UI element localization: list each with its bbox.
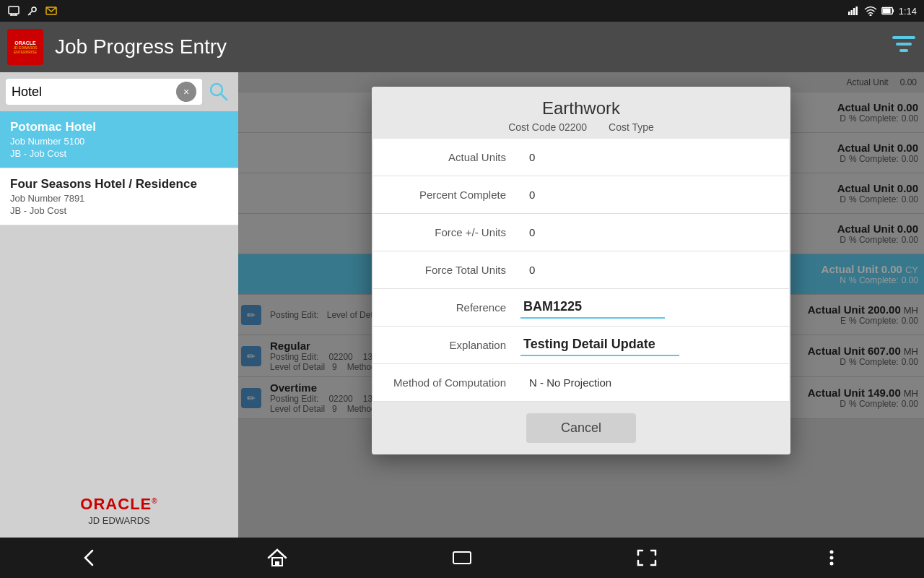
form-row-reference: Reference bbox=[373, 289, 789, 327]
modal-subtitle: Cost Code 02200 Cost Type bbox=[386, 121, 776, 133]
svg-rect-11 bbox=[855, 7, 858, 15]
list-item-title: Four Seasons Hotel / Residence bbox=[10, 177, 228, 191]
label-actual-units: Actual Units bbox=[373, 142, 518, 172]
svg-rect-10 bbox=[853, 8, 855, 15]
list-item-sub2: JB - Job Cost bbox=[10, 205, 228, 216]
sidebar: × Potomac Hotel Job Number 5100 JB - Job… bbox=[0, 72, 238, 538]
form-row-percent-complete: Percent Complete 0 bbox=[373, 176, 789, 214]
home-button[interactable] bbox=[256, 543, 299, 572]
value-method: N - No Projection bbox=[518, 368, 789, 397]
svg-point-12 bbox=[869, 14, 871, 17]
modal-dialog: Earthwork Cost Code 02200 Cost Type Actu… bbox=[372, 87, 790, 454]
cost-type: Cost Type bbox=[609, 121, 654, 133]
form-row-force-plus-minus: Force +/- Units 0 bbox=[373, 214, 789, 251]
svg-rect-8 bbox=[848, 12, 850, 15]
email-icon bbox=[45, 4, 58, 17]
right-content: Actual Unit 0.00 Actual Unit 0.00 D % Co… bbox=[238, 72, 924, 538]
recent-apps-button[interactable] bbox=[440, 543, 484, 572]
svg-rect-22 bbox=[275, 561, 279, 566]
modal-footer: Cancel bbox=[372, 402, 790, 454]
cost-code: Cost Code 02200 bbox=[508, 121, 587, 133]
value-force-total: 0 bbox=[518, 255, 789, 285]
form-row-force-total: Force Total Units 0 bbox=[373, 251, 789, 289]
back-button[interactable] bbox=[71, 543, 114, 572]
status-bar-left bbox=[7, 4, 58, 17]
svg-rect-0 bbox=[9, 7, 19, 14]
list-item[interactable]: Four Seasons Hotel / Residence Job Numbe… bbox=[0, 168, 238, 225]
svg-rect-23 bbox=[453, 552, 471, 564]
wifi-icon bbox=[864, 4, 877, 17]
form-row-method: Method of Computation N - No Projection bbox=[373, 364, 789, 402]
oracle-bottom-logo: ORACLE® JD EDWARDS bbox=[0, 483, 238, 538]
label-method: Method of Computation bbox=[373, 368, 518, 397]
status-bar-right: 1:14 bbox=[847, 4, 917, 17]
monitor-icon bbox=[7, 4, 20, 17]
modal-body: Actual Units 0 Percent Complete 0 Force … bbox=[373, 139, 789, 402]
oracle-logo-sub2: ENTERPRISE bbox=[14, 50, 37, 54]
oracle-logo: ORACLE JD EDWARDS ENTERPRISE bbox=[7, 29, 43, 65]
input-explanation[interactable] bbox=[520, 334, 679, 356]
svg-rect-18 bbox=[899, 49, 908, 52]
page-title: Job Progress Entry bbox=[55, 35, 891, 59]
label-explanation: Explanation bbox=[373, 330, 518, 360]
oracle-bottom-text: ORACLE® bbox=[80, 495, 157, 514]
main-area: × Potomac Hotel Job Number 5100 JB - Job… bbox=[0, 72, 924, 538]
modal-title: Earthwork bbox=[386, 98, 776, 118]
search-button[interactable] bbox=[205, 78, 232, 105]
modal-overlay: Earthwork Cost Code 02200 Cost Type Actu… bbox=[238, 72, 924, 538]
clear-button[interactable]: × bbox=[176, 82, 196, 102]
svg-point-26 bbox=[830, 562, 834, 566]
svg-point-4 bbox=[32, 7, 36, 12]
svg-line-6 bbox=[30, 14, 31, 15]
svg-rect-15 bbox=[882, 8, 890, 13]
cancel-button[interactable]: Cancel bbox=[526, 413, 636, 443]
list-item-sub1: Job Number 7891 bbox=[10, 193, 228, 204]
form-row-explanation: Explanation bbox=[373, 327, 789, 364]
search-input[interactable] bbox=[12, 85, 176, 100]
svg-rect-14 bbox=[892, 9, 894, 13]
value-actual-units: 0 bbox=[518, 142, 789, 172]
label-force-plus-minus: Force +/- Units bbox=[373, 217, 518, 247]
app-bar: ORACLE JD EDWARDS ENTERPRISE Job Progres… bbox=[0, 22, 924, 72]
svg-rect-16 bbox=[892, 36, 915, 39]
form-row-actual-units: Actual Units 0 bbox=[373, 139, 789, 176]
filter-icon[interactable] bbox=[891, 32, 917, 63]
signal-icon bbox=[847, 4, 860, 17]
oracle-bottom-sub: JD EDWARDS bbox=[88, 515, 149, 526]
status-bar: 1:14 bbox=[0, 0, 924, 22]
key-icon bbox=[26, 4, 39, 17]
menu-button[interactable] bbox=[810, 543, 853, 572]
list-item-title: Potomac Hotel bbox=[10, 120, 228, 134]
list-item-sub1: Job Number 5100 bbox=[10, 136, 228, 147]
time-display: 1:14 bbox=[899, 6, 917, 17]
battery-icon bbox=[881, 4, 894, 17]
modal-header: Earthwork Cost Code 02200 Cost Type bbox=[372, 87, 790, 139]
value-percent-complete: 0 bbox=[518, 180, 789, 210]
label-force-total: Force Total Units bbox=[373, 255, 518, 285]
label-reference: Reference bbox=[373, 293, 518, 322]
svg-point-24 bbox=[830, 551, 834, 554]
label-percent-complete: Percent Complete bbox=[373, 180, 518, 210]
search-bar: × bbox=[0, 72, 238, 111]
input-reference[interactable] bbox=[520, 296, 665, 319]
oracle-logo-text: ORACLE bbox=[14, 40, 36, 46]
list-item-sub2: JB - Job Cost bbox=[10, 148, 228, 159]
svg-point-25 bbox=[830, 556, 834, 560]
svg-rect-9 bbox=[850, 10, 853, 15]
screen-button[interactable] bbox=[625, 543, 668, 572]
bottom-nav bbox=[0, 538, 924, 578]
svg-line-20 bbox=[221, 94, 227, 100]
list-item[interactable]: Potomac Hotel Job Number 5100 JB - Job C… bbox=[0, 111, 238, 168]
search-input-wrap: × bbox=[6, 79, 202, 105]
svg-rect-17 bbox=[896, 43, 912, 46]
value-force-plus-minus: 0 bbox=[518, 217, 789, 247]
